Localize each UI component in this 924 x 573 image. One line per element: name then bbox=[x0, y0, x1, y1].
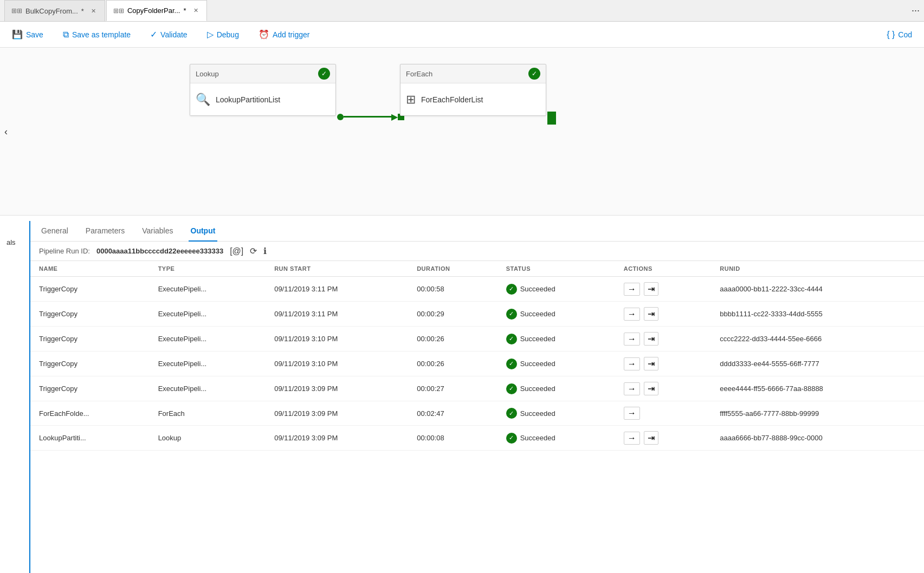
action-navigate-btn[interactable]: → bbox=[624, 382, 640, 395]
action-external-btn[interactable]: ⇥ bbox=[644, 307, 658, 321]
cell-name: TriggerCopy bbox=[30, 277, 150, 302]
action-external-btn[interactable]: ⇥ bbox=[644, 357, 658, 370]
lookup-node-icon: 🔍 bbox=[196, 93, 210, 107]
action-external-btn[interactable]: ⇥ bbox=[644, 332, 658, 346]
lookup-node-label: LookupPartitionList bbox=[216, 95, 280, 104]
output-table-scroll[interactable]: NAME TYPE RUN START DURATION STATUS ACTI… bbox=[30, 261, 924, 451]
foreach-node-icon: ⊞ bbox=[406, 93, 416, 107]
cell-duration: 00:00:08 bbox=[408, 426, 497, 451]
cell-actions: → bbox=[615, 401, 712, 426]
tab-bulk-close[interactable]: ✕ bbox=[89, 6, 98, 15]
window-more[interactable]: ··· bbox=[912, 5, 920, 16]
cell-duration: 00:00:29 bbox=[408, 302, 497, 327]
tab-variables[interactable]: Variables bbox=[140, 221, 175, 242]
cell-type: ExecutePipeli... bbox=[150, 277, 266, 302]
connector-dot-left bbox=[337, 114, 344, 120]
cell-type: ExecutePipeli... bbox=[150, 302, 266, 327]
status-text: Succeeded bbox=[520, 335, 555, 343]
col-type: TYPE bbox=[150, 261, 266, 277]
cell-run-start: 09/11/2019 3:10 PM bbox=[266, 327, 408, 351]
action-navigate-btn[interactable]: → bbox=[624, 333, 640, 346]
run-id-info-icon[interactable]: ℹ bbox=[263, 246, 267, 256]
connector: ▶ bbox=[337, 112, 404, 122]
tab-bulk[interactable]: ⊞⊞ BulkCopyFrom... * ✕ bbox=[4, 0, 105, 21]
cell-run-start: 09/11/2019 3:10 PM bbox=[266, 351, 408, 376]
output-table: NAME TYPE RUN START DURATION STATUS ACTI… bbox=[30, 261, 924, 451]
save-button[interactable]: 💾 Save bbox=[9, 27, 47, 42]
left-sidebar-panel bbox=[0, 221, 30, 573]
run-id-refresh-icon[interactable]: ⟳ bbox=[250, 246, 257, 256]
save-template-label: Save as template bbox=[72, 30, 131, 39]
cell-type: ExecutePipeli... bbox=[150, 376, 266, 401]
status-text: Succeeded bbox=[520, 385, 555, 393]
add-trigger-label: Add trigger bbox=[273, 30, 309, 39]
cell-status: ✓ Succeeded bbox=[497, 426, 615, 451]
connector-arrow: ▶ bbox=[391, 112, 398, 122]
action-external-btn[interactable]: ⇥ bbox=[644, 382, 658, 395]
bottom-panel: General Parameters Variables Output Pipe… bbox=[30, 221, 924, 573]
action-external-btn[interactable]: ⇥ bbox=[644, 282, 658, 296]
panel-tabs: General Parameters Variables Output bbox=[30, 221, 924, 242]
cell-actions: → ⇥ bbox=[615, 376, 712, 401]
code-label: Cod bbox=[898, 30, 912, 39]
status-check-icon: ✓ bbox=[506, 408, 517, 419]
status-check-icon: ✓ bbox=[506, 309, 517, 320]
cell-name: TriggerCopy bbox=[30, 351, 150, 376]
lookup-node[interactable]: Lookup ✓ 🔍 LookupPartitionList bbox=[190, 64, 336, 116]
save-template-icon: ⧉ bbox=[63, 30, 69, 40]
col-status: STATUS bbox=[497, 261, 615, 277]
status-text: Succeeded bbox=[520, 409, 555, 418]
debug-label: Debug bbox=[217, 30, 239, 39]
status-text: Succeeded bbox=[520, 360, 555, 368]
cell-status: ✓ Succeeded bbox=[497, 327, 615, 351]
cell-name: ForEachFolde... bbox=[30, 401, 150, 426]
action-navigate-btn[interactable]: → bbox=[624, 407, 640, 420]
code-button[interactable]: { } Cod bbox=[883, 28, 915, 42]
tab-parameters[interactable]: Parameters bbox=[83, 221, 127, 242]
action-navigate-btn[interactable]: → bbox=[624, 432, 640, 445]
add-trigger-button[interactable]: ⏰ Add trigger bbox=[255, 27, 313, 42]
add-trigger-icon: ⏰ bbox=[259, 29, 269, 40]
cell-type: ExecutePipeli... bbox=[150, 327, 266, 351]
status-check-icon: ✓ bbox=[506, 359, 517, 369]
sidebar-als-label: als bbox=[7, 238, 16, 246]
foreach-node[interactable]: ForEach ✓ ⊞ ForEachFolderList bbox=[400, 64, 546, 116]
status-text: Succeeded bbox=[520, 434, 555, 442]
tab-general[interactable]: General bbox=[39, 221, 70, 242]
cell-runid: cccc2222-dd33-4444-55ee-6666 bbox=[711, 327, 924, 351]
action-external-btn[interactable]: ⇥ bbox=[644, 431, 658, 445]
action-navigate-btn[interactable]: → bbox=[624, 357, 640, 370]
cell-runid: eeee4444-ff55-6666-77aa-88888 bbox=[711, 376, 924, 401]
cell-run-start: 09/11/2019 3:11 PM bbox=[266, 302, 408, 327]
run-id-copy-icon[interactable]: [@] bbox=[230, 246, 243, 256]
save-template-button[interactable]: ⧉ Save as template bbox=[60, 28, 134, 42]
validate-button[interactable]: ✓ Validate bbox=[147, 27, 191, 42]
tab-copy[interactable]: ⊞⊞ CopyFolderPar... * ✕ bbox=[106, 0, 208, 21]
action-navigate-btn[interactable]: → bbox=[624, 308, 640, 321]
tab-output[interactable]: Output bbox=[189, 221, 218, 242]
cell-actions: → ⇥ bbox=[615, 327, 712, 351]
table-row: TriggerCopy ExecutePipeli... 09/11/2019 … bbox=[30, 376, 924, 401]
debug-icon: ▷ bbox=[207, 29, 214, 40]
run-id-label: Pipeline Run ID: bbox=[39, 247, 90, 255]
table-header: NAME TYPE RUN START DURATION STATUS ACTI… bbox=[30, 261, 924, 277]
back-arrow[interactable]: ‹ bbox=[4, 126, 8, 137]
foreach-node-label: ForEachFolderList bbox=[421, 95, 483, 104]
cell-status: ✓ Succeeded bbox=[497, 277, 615, 302]
tab-copy-icon: ⊞⊞ bbox=[113, 7, 124, 15]
debug-button[interactable]: ▷ Debug bbox=[204, 27, 242, 42]
table-row: TriggerCopy ExecutePipeli... 09/11/2019 … bbox=[30, 327, 924, 351]
cell-actions: → ⇥ bbox=[615, 351, 712, 376]
foreach-node-title: ForEach bbox=[406, 70, 432, 78]
tab-copy-close[interactable]: ✕ bbox=[191, 6, 200, 15]
table-row: TriggerCopy ExecutePipeli... 09/11/2019 … bbox=[30, 351, 924, 376]
cell-name: TriggerCopy bbox=[30, 302, 150, 327]
tab-bulk-icon: ⊞⊞ bbox=[11, 7, 22, 15]
run-id-bar: Pipeline Run ID: 0000aaaa11bbccccdd22eee… bbox=[30, 242, 924, 261]
action-navigate-btn[interactable]: → bbox=[624, 283, 640, 296]
cell-name: TriggerCopy bbox=[30, 327, 150, 351]
tab-bulk-modified: * bbox=[81, 7, 84, 15]
cell-runid: dddd3333-ee44-5555-66ff-7777 bbox=[711, 351, 924, 376]
status-check-icon: ✓ bbox=[506, 334, 517, 344]
validate-icon: ✓ bbox=[150, 29, 157, 40]
